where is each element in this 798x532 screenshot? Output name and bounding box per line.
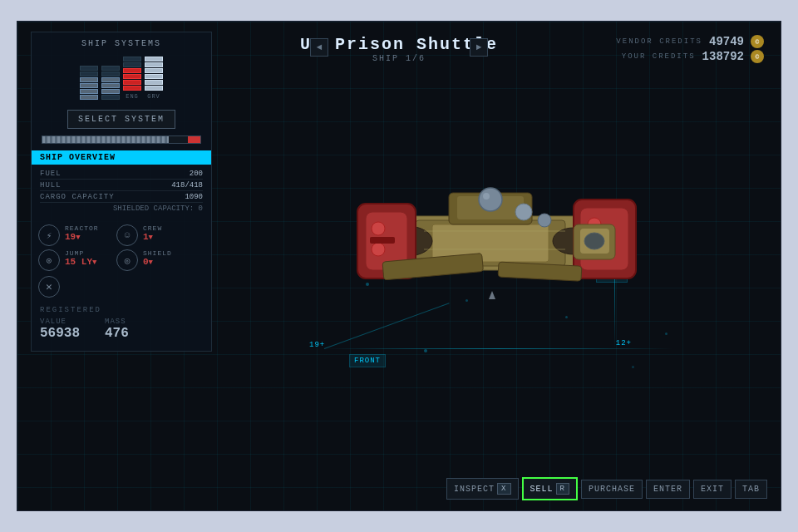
svg-rect-11: [370, 237, 395, 244]
seg: [123, 86, 141, 91]
seg: [101, 89, 120, 94]
reactor-icon: ⚡: [38, 224, 60, 246]
crew-text: CREW 1▼: [143, 224, 162, 242]
your-credits-value: 138792: [702, 50, 744, 63]
health-bar-container: [32, 135, 211, 150]
svg-point-10: [372, 243, 385, 256]
health-bar-fill: [42, 136, 169, 143]
sell-key: R: [556, 483, 569, 495]
seg: [80, 71, 98, 76]
ship-count: SHIP 1/6: [300, 54, 498, 63]
crew-stat: ☺ CREW 1▼: [116, 224, 191, 246]
seg: [123, 80, 141, 85]
left-panel: SHIP SYSTEMS: [31, 32, 212, 352]
fuel-value: 200: [190, 170, 203, 178]
seg: [101, 66, 120, 71]
sell-button[interactable]: SELL R: [522, 477, 578, 500]
mass-number: 476: [105, 326, 129, 341]
crew-icon: ☺: [116, 224, 138, 246]
svg-point-25: [538, 214, 551, 227]
seg: [123, 57, 141, 62]
svg-point-22: [479, 188, 502, 211]
seg: [80, 95, 98, 100]
nav-left-button[interactable]: ◄: [310, 38, 328, 57]
cargo-value: 1090: [185, 193, 203, 201]
val1-label: 19+: [309, 341, 325, 349]
your-credit-icon: ©: [751, 50, 764, 63]
purchase-button[interactable]: PURCHASE: [581, 480, 643, 499]
credits-panel: VENDOR CREDITS 49749 © YOUR CREDITS 1387…: [616, 35, 764, 65]
fuel-label: FUEL: [40, 170, 62, 178]
seg: [145, 68, 163, 73]
seg: [123, 74, 141, 79]
x-icon-row: ✕: [32, 273, 211, 301]
seg: [80, 77, 98, 82]
vendor-credits-row: VENDOR CREDITS 49749 ©: [616, 35, 764, 48]
inspect-key: X: [497, 483, 510, 495]
inspect-label: INSPECT: [454, 485, 495, 494]
stats-table: FUEL 200 HULL 418/418 CARGO CAPACITY 109…: [32, 165, 211, 219]
crew-value: 1▼: [143, 232, 162, 242]
stat-row-cargo: CARGO CAPACITY 1090: [40, 191, 203, 203]
seg: [80, 83, 98, 88]
sys-bar-2: [101, 66, 120, 100]
sell-label: SELL: [530, 485, 554, 494]
enter-button[interactable]: ENTER: [646, 480, 690, 499]
ship-svg: [332, 133, 648, 349]
shield-label: SHIELD: [143, 249, 172, 257]
seg: [123, 68, 141, 73]
exit-label: EXIT: [701, 485, 724, 494]
seg: [123, 62, 141, 67]
shield-value: 0▼: [143, 257, 172, 267]
value-mass-row: VALUE 56938 MASS 476: [40, 318, 203, 341]
health-bar-red: [188, 136, 200, 143]
ship-systems-title: SHIP SYSTEMS: [32, 32, 211, 53]
svg-point-24: [515, 204, 532, 220]
purchase-label: PURCHASE: [589, 485, 635, 494]
health-bar: [42, 135, 201, 144]
svg-point-23: [483, 193, 490, 200]
ship-overview-header: Ship Overview: [32, 150, 211, 165]
registered-label: REGISTERED: [40, 306, 203, 314]
shield-stat: ◎ SHIELD 0▼: [116, 249, 191, 271]
exit-button[interactable]: EXIT: [693, 480, 732, 499]
value-number: 56938: [40, 326, 80, 341]
reactor-value: 19▼: [65, 232, 99, 242]
tab-button[interactable]: TAB: [735, 480, 767, 499]
your-credits-row: YOUR CREDITS 138792 ©: [616, 50, 764, 63]
shielded-capacity: SHIELDED CAPACITY: 0: [40, 203, 203, 216]
hull-value: 418/418: [171, 181, 203, 190]
inspect-button[interactable]: INSPECT X: [446, 478, 518, 500]
icons-row: ⚡ REACTOR 19▼ ☺ CREW 1▼ ⊙ JUMP 15 LY▼: [32, 219, 211, 273]
jump-label: JUMP: [65, 249, 96, 257]
value-item: VALUE 56938: [40, 318, 80, 341]
jump-value: 15 LY▼: [65, 257, 96, 267]
vendor-credits-value: 49749: [709, 35, 744, 48]
select-system-button[interactable]: SELECT SYSTEM: [67, 110, 175, 129]
value-label: VALUE: [40, 318, 80, 326]
seg: [80, 66, 98, 71]
seg: [101, 71, 120, 76]
svg-point-9: [372, 222, 385, 235]
sys-bar-4: GRV: [145, 57, 163, 100]
svg-point-19: [584, 233, 604, 249]
sys-label-eng: ENG: [126, 93, 139, 100]
reactor-text: REACTOR 19▼: [65, 224, 99, 242]
systems-bars: ENG GRV: [32, 53, 211, 105]
cargo-label: CARGO CAPACITY: [40, 193, 115, 201]
x-icon: ✕: [38, 276, 60, 298]
vendor-credits-label: VENDOR CREDITS: [616, 37, 702, 46]
stat-row-hull: HULL 418/418: [40, 180, 203, 191]
game-screen: SHIP SYSTEMS: [17, 21, 781, 511]
shield-text: SHIELD 0▼: [143, 249, 172, 267]
mass-item: MASS 476: [105, 318, 129, 341]
reactor-stat: ⚡ REACTOR 19▼: [38, 224, 113, 246]
seg: [145, 57, 163, 62]
ship-name: UC Prison Shuttle: [300, 35, 498, 54]
seg: [101, 95, 120, 100]
your-credits-label: YOUR CREDITS: [622, 52, 696, 61]
sys-bar-1: [80, 66, 98, 100]
mass-label: MASS: [105, 318, 129, 326]
shield-icon: ◎: [116, 249, 138, 271]
nav-right-button[interactable]: ►: [470, 38, 488, 57]
